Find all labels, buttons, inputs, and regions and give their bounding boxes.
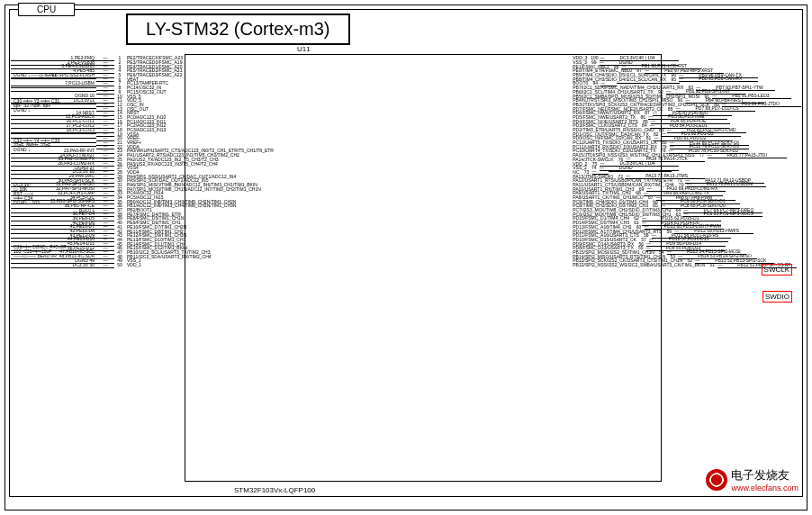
pin-function: VDD_1	[125, 262, 141, 267]
crystal-y3: C30 ═╪═ Y3 ═╪═ C31 6pF 32.768K 6pF DGND …	[14, 99, 67, 113]
pin-function: PB12/SPI2_NSS/I2S2_WS/I2C2_SMBA/USART3_C…	[573, 262, 707, 267]
reset-circuit: DC3.3V↑ ▭ 10K RST ○—┤ ═╪═ C34 DGND ⏚ 103	[14, 183, 67, 205]
schematic-title: LY-STM32 (Cortex-m3)	[126, 14, 350, 45]
pin-left-50: DC3.3V 50—50VDD_1	[11, 263, 274, 267]
crystal-y4: C32 ═╪═ Y4 ═╪═ C33 22pF 8MHz 22pF DGND ⏚	[14, 139, 67, 152]
cpu-label: CPU	[18, 3, 75, 16]
swdio-highlight: SWDIO	[762, 291, 792, 303]
pin-net: DC3.3V 50	[11, 262, 96, 268]
analog-supply: C36═╪═ DGND⏚ R45▭0R 103 C35═╪═10uF ——▭——…	[14, 245, 67, 258]
chip-part-number: STM32F103Vx-LQFP100	[234, 486, 315, 494]
watermark-url: www.elecfans.com	[731, 483, 798, 492]
elecfans-logo-icon	[706, 469, 727, 491]
battery-v1: DGND ⏚——||——V1	[14, 72, 67, 77]
discrete-components: DGND ⏚——||——V1 C30 ═╪═ Y3 ═╪═ C31 6pF 32…	[14, 72, 67, 262]
pin-number: 51	[707, 262, 717, 267]
pin-net	[617, 83, 680, 84]
watermark-text-cn: 电子发烧友	[731, 467, 798, 483]
swclk-highlight: SWCLK	[762, 264, 792, 276]
right-pin-column: VDD_3100—DC3.3VC40 | 104VSS_399—DGNDPE1/…	[573, 56, 801, 267]
pin-number: 50	[114, 262, 125, 267]
chip-ref-designator: U11	[297, 45, 311, 53]
watermark: 电子发烧友 www.elecfans.com	[706, 467, 798, 492]
